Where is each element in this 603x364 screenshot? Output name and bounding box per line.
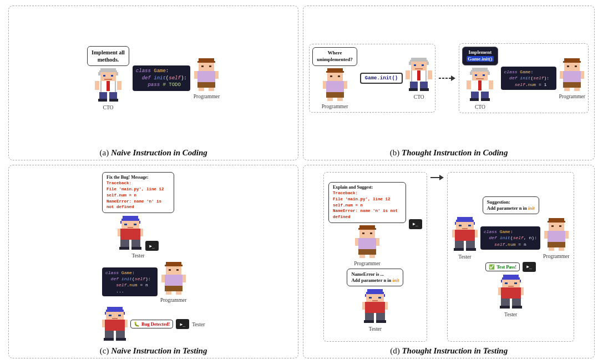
svg-rect-36 — [344, 81, 347, 89]
svg-rect-37 — [326, 92, 344, 98]
arrow-d-svg — [430, 172, 444, 183]
terminal-d1: ▶_ — [409, 219, 422, 229]
svg-rect-129 — [358, 228, 376, 230]
programmer-col-d: Explain and Suggest: Traceback:File 'mai… — [328, 182, 406, 266]
svg-rect-15 — [109, 92, 117, 100]
svg-rect-170 — [466, 248, 476, 251]
panel-d-right: Suggestion:Add parameter n in init — [447, 172, 575, 342]
svg-rect-111 — [166, 291, 171, 295]
svg-rect-172 — [548, 221, 565, 223]
svg-rect-49 — [411, 70, 412, 82]
tester-sprite-d2 — [452, 216, 478, 252]
panel-a-content: Implement allmethods. — [14, 11, 292, 146]
svg-rect-23 — [197, 71, 215, 82]
svg-rect-47 — [415, 68, 423, 69]
svg-rect-196 — [512, 306, 522, 309]
fix-bug-bubble: Fix the Bug! Message: Traceback:File 'ma… — [102, 172, 174, 213]
panel-b-left: Whereunimplemented? Progr — [309, 44, 435, 112]
where-unimplemented-bubble: Whereunimplemented? — [312, 47, 357, 65]
svg-rect-114 — [106, 310, 124, 312]
svg-rect-153 — [376, 320, 386, 323]
programmer-col-b2: Programmer — [559, 57, 586, 99]
svg-rect-165 — [452, 230, 455, 237]
svg-rect-132 — [370, 232, 372, 234]
panel-d-content: Explain and Suggest: Traceback:File 'mai… — [309, 170, 589, 344]
svg-rect-72 — [471, 92, 479, 99]
svg-rect-105 — [169, 269, 171, 271]
panel-c: Fix the Bug! Message: Traceback:File 'ma… — [8, 165, 298, 358]
programmer-col-b1: Whereunimplemented? Progr — [312, 47, 357, 109]
svg-rect-140 — [366, 292, 384, 294]
svg-rect-173 — [549, 223, 564, 231]
svg-rect-95 — [120, 229, 140, 240]
svg-rect-109 — [183, 275, 186, 282]
svg-rect-78 — [564, 63, 580, 71]
svg-rect-93 — [134, 224, 136, 225]
svg-rect-20 — [199, 63, 214, 71]
code-block-c: class Game: def init(self): self.num = n… — [102, 267, 158, 297]
svg-rect-175 — [559, 225, 561, 227]
svg-rect-50 — [425, 70, 427, 82]
panel-b-content: Whereunimplemented? Progr — [309, 11, 589, 146]
main-grid: Implement allmethods. — [8, 6, 595, 358]
svg-rect-87 — [123, 216, 138, 219]
svg-rect-53 — [428, 70, 432, 79]
svg-rect-54 — [410, 82, 418, 89]
svg-rect-33 — [338, 75, 340, 77]
svg-rect-63 — [488, 72, 490, 75]
svg-rect-126 — [104, 338, 114, 341]
panel-d-caption: (d) Thought Instruction in Testing — [309, 346, 589, 356]
svg-rect-131 — [362, 232, 364, 234]
svg-rect-152 — [364, 320, 374, 323]
svg-rect-130 — [359, 230, 375, 238]
svg-rect-31 — [327, 73, 343, 81]
svg-rect-138 — [369, 255, 375, 258]
svg-rect-121 — [105, 320, 125, 331]
svg-rect-1 — [99, 70, 117, 72]
cto-col-b2: ImplementGame.init() — [462, 47, 498, 109]
tester-sprite-c1 — [118, 215, 143, 251]
svg-rect-9 — [100, 81, 102, 92]
svg-rect-61 — [471, 70, 489, 72]
svg-rect-144 — [369, 297, 372, 299]
svg-rect-192 — [521, 287, 524, 295]
svg-rect-7 — [104, 79, 112, 80]
svg-rect-189 — [508, 286, 514, 287]
cto-col-b: CTO — [406, 57, 432, 100]
svg-rect-191 — [498, 287, 501, 295]
svg-rect-167 — [455, 241, 464, 249]
svg-rect-5 — [103, 75, 105, 77]
tester-sprite-d3 — [498, 274, 524, 310]
svg-rect-39 — [337, 98, 343, 101]
svg-rect-88 — [121, 219, 139, 221]
svg-rect-98 — [120, 240, 129, 248]
svg-rect-171 — [549, 218, 564, 221]
svg-marker-59 — [451, 75, 455, 81]
svg-rect-119 — [118, 315, 121, 316]
svg-rect-181 — [559, 247, 564, 251]
cto-label: CTO — [103, 105, 114, 110]
svg-rect-124 — [105, 331, 114, 339]
programmer-sprite-b2 — [560, 57, 584, 92]
svg-rect-150 — [365, 313, 374, 321]
svg-rect-107 — [165, 275, 183, 286]
svg-rect-133 — [358, 238, 376, 249]
svg-rect-194 — [512, 299, 521, 307]
svg-rect-162 — [468, 225, 471, 226]
svg-rect-149 — [385, 302, 388, 310]
svg-rect-151 — [376, 313, 385, 321]
programmer-column-a: Programmer — [194, 57, 220, 99]
svg-rect-2 — [98, 72, 100, 75]
svg-rect-85 — [564, 88, 570, 91]
svg-rect-94 — [128, 227, 133, 228]
svg-rect-51 — [417, 70, 420, 80]
svg-rect-118 — [109, 315, 112, 316]
svg-rect-75 — [481, 98, 490, 101]
code-block-b: class Game: def init(self): self.num = 1 — [501, 67, 556, 90]
svg-rect-97 — [140, 229, 143, 236]
svg-rect-188 — [514, 282, 517, 284]
svg-rect-166 — [475, 230, 478, 237]
svg-rect-104 — [166, 266, 181, 275]
svg-rect-34 — [326, 81, 344, 92]
svg-rect-168 — [466, 241, 475, 249]
